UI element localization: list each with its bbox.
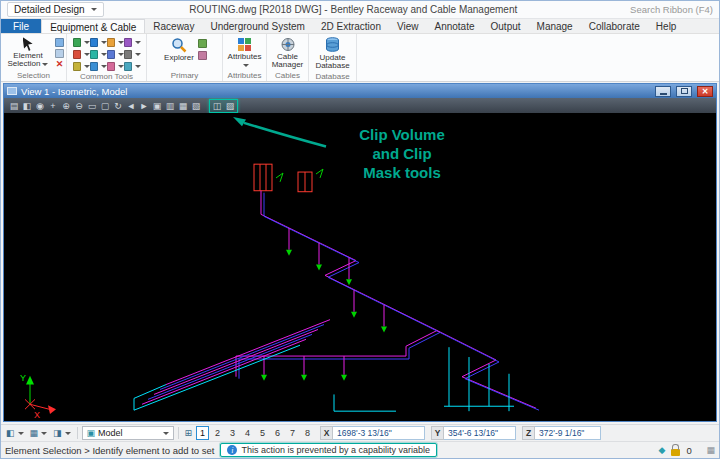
view-toggle-4[interactable]: 4 [241,426,254,440]
brightness-icon[interactable]: ◉ [34,100,46,112]
common-tool-icon[interactable] [90,60,107,72]
copy-view-icon[interactable]: ▣ [151,100,163,112]
update-database-button[interactable]: Update Database [310,36,356,72]
view-toggle-2[interactable]: 2 [211,426,224,440]
tab-underground-system[interactable]: Underground System [202,19,313,33]
common-tool-icon[interactable] [107,60,124,72]
common-tool-icon[interactable] [124,48,141,60]
tab-2d-extraction[interactable]: 2D Extraction [313,19,389,33]
view-toggle-6[interactable]: 6 [271,426,284,440]
model-selector[interactable]: ▣ Model [82,426,174,440]
view-toggle-7[interactable]: 7 [286,426,299,440]
view-next-icon[interactable]: ► [138,100,150,112]
tool-prompt: Element Selection > Identify element to … [5,445,214,456]
z-axis-chip[interactable]: Z [522,426,535,440]
annotation-line: Clip Volume [322,126,482,145]
attributes-button[interactable]: Attributes [225,36,264,71]
tab-annotate[interactable]: Annotate [426,19,482,33]
tab-equipment-cable[interactable]: Equipment & Cable [41,19,145,33]
walk-icon[interactable]: ▦ [177,100,189,112]
clip-mask-icon[interactable]: ▨ [224,100,236,112]
common-tool-icon[interactable] [124,60,141,72]
annotation-line: Mask tools [322,164,482,183]
view-toggle-5[interactable]: 5 [256,426,269,440]
tab-help[interactable]: Help [648,19,685,33]
pan-view-icon[interactable]: ▥ [164,100,176,112]
adjust-view-icon[interactable]: + [47,100,59,112]
saved-views-button[interactable]: ◨ [51,426,73,440]
view-group-button[interactable]: ⊞ [183,426,195,440]
common-tool-icon[interactable] [107,48,124,60]
clear-selection-icon[interactable]: ✕ [56,60,64,69]
tab-manage[interactable]: Manage [529,19,581,33]
view-display-button[interactable]: ▦ [28,426,50,440]
minimize-button[interactable] [655,86,671,97]
view-window-titlebar[interactable]: View 1 - Isometric, Model ✕ [4,84,716,98]
titlebar: Detailed Design ROUTING.dwg [R2018 DWG] … [1,1,719,19]
close-button[interactable]: ✕ [697,86,713,97]
z-coordinate-field[interactable]: 372'-9 1/16" [535,426,601,440]
snap-mode-icon[interactable]: ◆ [659,445,666,455]
restore-button[interactable] [676,86,692,97]
workflow-label: Detailed Design [14,4,85,15]
explorer-button[interactable]: Explorer [162,36,196,63]
clip-volume-icon[interactable]: ◫ [211,100,223,112]
status-message: i This action is prevented by a capabili… [220,443,437,457]
rotate-view-icon[interactable]: ↻ [112,100,124,112]
tab-collaborate[interactable]: Collaborate [581,19,648,33]
ribbon-group-database: Update Database Database [309,34,357,81]
view-toggle-3[interactable]: 3 [226,426,239,440]
zoom-in-icon[interactable]: ⊕ [60,100,72,112]
tab-raceway[interactable]: Raceway [145,19,202,33]
view-attributes-icon[interactable]: ▤ [8,100,20,112]
explorer-label: Explorer [164,54,194,62]
view-canvas[interactable]: Y X Clip Volume and Clip Mask tools [4,113,716,421]
ribbon-search-input[interactable] [603,4,713,15]
common-tool-icon[interactable] [107,36,124,48]
navigate-view-icon[interactable]: ▧ [190,100,202,112]
select-all-icon[interactable] [55,38,64,47]
axis-y-label: Y [20,373,26,383]
group-label-attributes: Attributes [225,71,264,81]
y-coordinate-field[interactable]: 354'-6 13/16" [444,426,516,440]
lock-icon[interactable] [671,449,680,456]
select-previous-icon[interactable] [55,49,64,58]
tab-file[interactable]: File [1,19,41,33]
zoom-out-icon[interactable]: ⊖ [73,100,85,112]
view-menu-icon[interactable] [7,87,17,95]
common-tool-icon[interactable] [90,48,107,60]
x-axis-chip[interactable]: X [320,426,333,440]
tab-view[interactable]: View [389,19,427,33]
view-toolbar: ▤ ◧ ◉ + ⊕ ⊖ ▭ ▢ ↻ ◄ ► ▣ ▥ ▦ ▧ ◫ ▨ [4,98,716,113]
acs-triad: Y X [20,373,56,420]
annotation-line: and Clip [322,145,482,164]
view-toggle-8[interactable]: 8 [301,426,314,440]
fit-view-icon[interactable]: ▭ [86,100,98,112]
cursor-icon [23,37,34,51]
tab-output[interactable]: Output [483,19,529,33]
cable-manager-button[interactable]: Cable Manager [268,36,308,71]
workflow-selector[interactable]: Detailed Design [7,2,104,17]
common-tool-icon[interactable] [73,36,90,48]
common-tool-icon[interactable] [73,60,90,72]
y-axis-chip[interactable]: Y [431,426,444,440]
view-toggle-1[interactable]: 1 [196,426,209,440]
chevron-down-icon [163,432,169,435]
x-coordinate-field[interactable]: 1698'-3 13/16" [333,426,425,440]
common-tool-icon[interactable] [124,36,141,48]
view-previous-icon[interactable]: ◄ [125,100,137,112]
grid-icon[interactable]: ▦ [706,445,715,455]
drop-arrowheads [261,250,387,381]
chevron-down-icon [91,8,97,11]
app-window: Detailed Design ROUTING.dwg [R2018 DWG] … [0,0,720,459]
common-tool-icon[interactable] [90,36,107,48]
display-style-icon[interactable]: ◧ [21,100,33,112]
links-icon[interactable] [198,51,207,60]
element-selection-button[interactable]: Element Selection [3,36,53,70]
view-previous-button[interactable]: ◧ [4,426,26,440]
window-area-icon[interactable]: ▢ [99,100,111,112]
items-icon[interactable] [198,39,207,48]
attributes-label: Attributes [228,52,262,61]
common-tool-icon[interactable] [73,48,90,60]
update-database-label: Update Database [312,54,354,71]
